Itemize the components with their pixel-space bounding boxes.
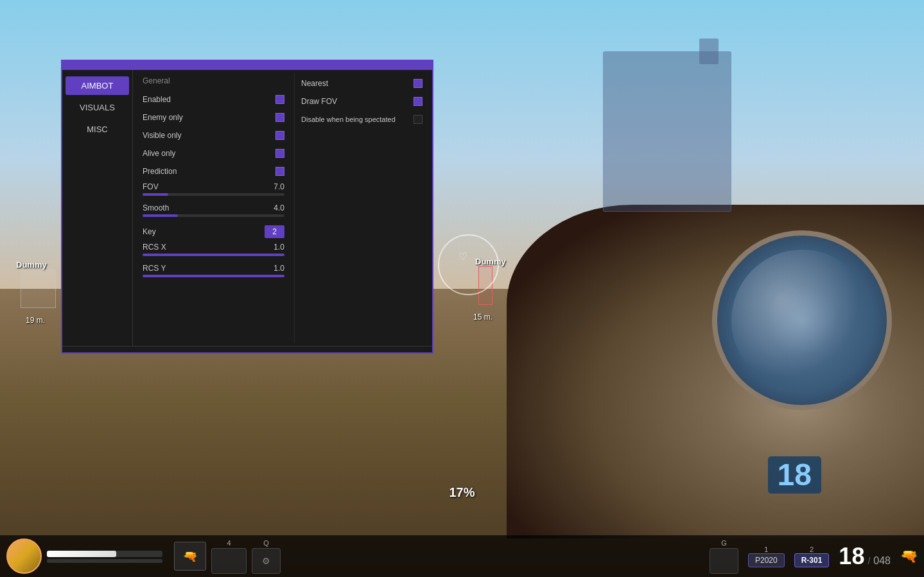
setting-key: Key 2 bbox=[143, 225, 284, 239]
fov-track[interactable] bbox=[143, 193, 284, 196]
label-disable-spectated: Disable when being spectated bbox=[301, 116, 414, 123]
slot-g-label: G bbox=[721, 539, 727, 547]
sidebar-btn-visuals[interactable]: VISUALS bbox=[65, 98, 129, 117]
slider-fov-header: FOV 7.0 bbox=[143, 182, 284, 191]
cheat-content: General Enabled Enemy only Visible only bbox=[133, 70, 432, 346]
label-smooth: Smooth bbox=[143, 203, 169, 212]
label-visible-only: Visible only bbox=[143, 131, 275, 140]
label-alive-only: Alive only bbox=[143, 149, 275, 158]
weapon-slot-1: 1 P2020 bbox=[748, 546, 785, 567]
slot-g-container: G bbox=[710, 539, 738, 574]
label-key: Key bbox=[143, 227, 265, 236]
label-prediction: Prediction bbox=[143, 167, 275, 176]
smooth-fill bbox=[143, 214, 178, 217]
setting-enabled: Enabled bbox=[143, 92, 284, 107]
value-smooth: 4.0 bbox=[274, 203, 284, 212]
label-fov: FOV bbox=[143, 182, 159, 191]
toggle-draw-fov[interactable] bbox=[414, 97, 423, 106]
value-fov: 7.0 bbox=[274, 182, 284, 191]
slot-4-item[interactable] bbox=[211, 548, 247, 574]
slider-rcs-x: RCS X 1.0 bbox=[143, 243, 284, 256]
toggle-prediction[interactable] bbox=[275, 167, 284, 176]
sidebar-btn-aimbot[interactable]: AIMBOT bbox=[65, 76, 129, 95]
slider-fov: FOV 7.0 bbox=[143, 182, 284, 196]
slider-smooth-header: Smooth 4.0 bbox=[143, 203, 284, 212]
rcsy-fill bbox=[143, 275, 284, 277]
hud-bottom-bar: 🔫 4 Q ⚙ G 1 P2020 2 R-301 18 bbox=[0, 535, 924, 577]
label-rcs-y: RCS Y bbox=[143, 264, 166, 273]
settings-right-col: Nearest Draw FOV Disable when being spec… bbox=[294, 73, 429, 343]
ammo-divider: / bbox=[867, 556, 870, 566]
label-rcs-x: RCS X bbox=[143, 243, 166, 252]
settings-left-col: General Enabled Enemy only Visible only bbox=[136, 73, 291, 343]
value-rcs-x: 1.0 bbox=[274, 243, 284, 252]
fov-fill bbox=[143, 193, 168, 196]
cheat-menu: AIMBOT VISUALS MISC General Enabled Enem… bbox=[61, 60, 433, 354]
cheat-menu-body: AIMBOT VISUALS MISC General Enabled Enem… bbox=[62, 70, 432, 346]
slot-q-container: Q ⚙ bbox=[252, 539, 281, 574]
weapon-slot-1-label: 1 bbox=[764, 546, 768, 553]
toggle-disable-spectated[interactable] bbox=[414, 115, 423, 124]
cheat-sidebar: AIMBOT VISUALS MISC bbox=[62, 70, 133, 346]
sidebar-btn-misc[interactable]: MISC bbox=[65, 120, 129, 139]
slider-rcs-y: RCS Y 1.0 bbox=[143, 264, 284, 277]
setting-disable-spectated: Disable when being spectated bbox=[301, 112, 423, 126]
health-bar bbox=[47, 551, 162, 557]
slot-4-container: 4 bbox=[211, 539, 247, 574]
slider-smooth: Smooth 4.0 bbox=[143, 203, 284, 217]
slot-4-label: 4 bbox=[227, 539, 231, 547]
slider-rcsy-header: RCS Y 1.0 bbox=[143, 264, 284, 273]
weapon-slot-2: 2 R-301 bbox=[794, 546, 830, 567]
toggle-alive-only[interactable] bbox=[275, 149, 284, 158]
smooth-track[interactable] bbox=[143, 214, 284, 217]
setting-draw-fov: Draw FOV bbox=[301, 94, 423, 108]
toggle-nearest[interactable] bbox=[414, 79, 423, 88]
ammo-main: 18 bbox=[839, 543, 864, 570]
weapon-slot-1-name[interactable]: P2020 bbox=[748, 553, 785, 567]
setting-nearest: Nearest bbox=[301, 76, 423, 90]
weapon-slot-2-label: 2 bbox=[810, 546, 814, 553]
key-button[interactable]: 2 bbox=[265, 225, 284, 238]
slot-q-item[interactable]: ⚙ bbox=[252, 548, 281, 574]
setting-visible-only: Visible only bbox=[143, 128, 284, 142]
label-enemy-only: Enemy only bbox=[143, 113, 275, 122]
cheat-menu-header bbox=[62, 61, 432, 70]
hud-right-section: G 1 P2020 2 R-301 18 / 048 🔫 bbox=[710, 539, 918, 574]
label-draw-fov: Draw FOV bbox=[301, 97, 414, 106]
setting-prediction: Prediction bbox=[143, 164, 284, 178]
slot-g-item[interactable] bbox=[710, 548, 738, 574]
weapon-icon-slot: 🔫 bbox=[174, 542, 206, 571]
slider-rcsx-header: RCS X 1.0 bbox=[143, 243, 284, 252]
health-area bbox=[47, 549, 162, 563]
toggle-visible-only[interactable] bbox=[275, 131, 284, 140]
ammo-reserve: 048 bbox=[873, 555, 891, 567]
toggle-enabled[interactable] bbox=[275, 95, 284, 104]
label-nearest: Nearest bbox=[301, 79, 414, 88]
player-avatar bbox=[6, 538, 42, 574]
value-rcs-y: 1.0 bbox=[274, 264, 284, 273]
setting-enemy-only: Enemy only bbox=[143, 110, 284, 125]
health-fill bbox=[47, 551, 116, 557]
rcsy-track[interactable] bbox=[143, 275, 284, 277]
cheat-menu-footer bbox=[62, 346, 432, 352]
shield-bar-bottom bbox=[47, 559, 162, 563]
slot-q-label: Q bbox=[263, 539, 269, 547]
rcsx-track[interactable] bbox=[143, 254, 284, 256]
ammo-display: 18 / 048 bbox=[839, 543, 891, 570]
label-enabled: Enabled bbox=[143, 95, 275, 104]
active-weapon-icon: 🔫 bbox=[900, 548, 918, 565]
section-title-general: General bbox=[143, 76, 284, 87]
setting-alive-only: Alive only bbox=[143, 146, 284, 160]
toggle-enemy-only[interactable] bbox=[275, 113, 284, 122]
rcsx-fill bbox=[143, 254, 284, 256]
weapon-slot-2-name[interactable]: R-301 bbox=[794, 553, 830, 567]
